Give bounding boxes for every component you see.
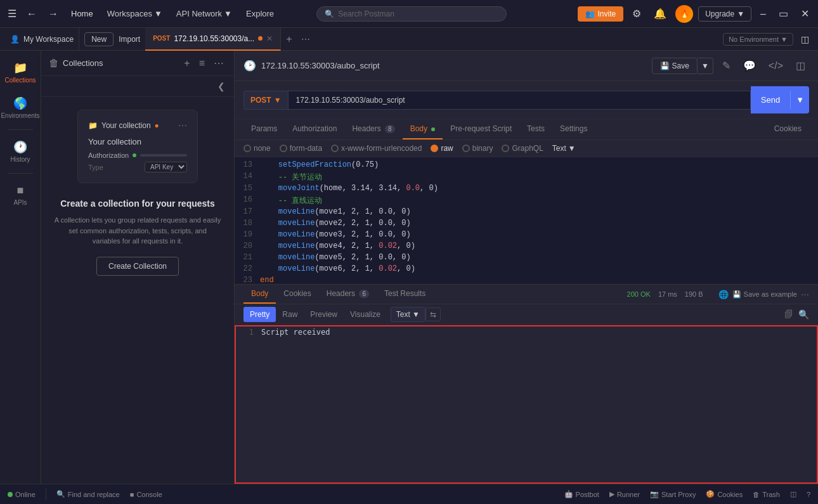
more-options-button[interactable]: ⋯ [211,56,226,70]
code-editor[interactable]: 13 setSpeedFraction(0.75) 14 -- 关节运动 15 … [235,157,818,284]
new-tab-button[interactable]: + [281,34,297,45]
fmt-raw[interactable]: Raw [276,307,304,322]
upgrade-button[interactable]: Upgrade ▼ [698,6,751,22]
find-replace-button[interactable]: 🔍 Find and replace [56,490,120,498]
minimize-button[interactable]: – [756,6,770,22]
resp-tab-body[interactable]: Body [243,285,276,304]
settings-button[interactable]: ⚙ [628,5,645,22]
url-input[interactable] [288,91,751,110]
postbot-button[interactable]: 🤖 Postbot [564,490,599,498]
more-response-options-button[interactable]: ⋯ [801,290,809,299]
tab-close-icon[interactable]: ✕ [266,34,273,43]
text-format-dropdown[interactable]: Text ▼ [552,144,576,153]
resp-tab-test-results[interactable]: Test Results [377,285,433,304]
text-format-dropdown[interactable]: Text ▼ [391,307,425,322]
save-example-button[interactable]: 💾 Save as example [732,290,797,299]
tab-pre-request[interactable]: Pre-request Script [443,119,519,139]
radio-graphql [502,145,509,152]
resp-tab-headers[interactable]: Headers 6 [319,285,377,304]
copy-response-button[interactable]: 🗐 [784,309,793,320]
sidebar-item-history[interactable]: 🕐 History [3,135,38,168]
sidebar-separator [8,129,33,130]
response-format-bar: Pretty Raw Preview Visualize Text ▼ ⇆ 🗐 … [235,304,818,325]
sidebar-item-collections[interactable]: 📁 Collections [3,56,38,89]
environment-settings-button[interactable]: ◫ [797,32,813,47]
option-binary[interactable]: binary [462,144,493,153]
hamburger-icon[interactable]: ☰ [5,5,19,22]
forward-button[interactable]: → [44,6,62,22]
option-raw[interactable]: raw [431,144,453,153]
tab-headers[interactable]: Headers 8 [344,119,402,139]
back-button[interactable]: ← [23,6,41,22]
runner-button[interactable]: ▶ Runner [609,490,640,498]
comment-button[interactable]: 💬 [739,57,760,74]
sort-button[interactable]: ≡ [197,56,207,70]
home-link[interactable]: Home [66,9,98,18]
trash-button[interactable]: 🗑 Trash [753,491,780,498]
chevron-down-icon: ▼ [781,36,788,43]
send-button[interactable]: Send [751,91,790,109]
proxy-icon: 📷 [650,490,659,498]
explore-link[interactable]: Explore [241,9,279,18]
save-dropdown-button[interactable]: ▼ [698,58,713,74]
tab-tests[interactable]: Tests [519,119,552,139]
tab-body[interactable]: Body [403,119,443,139]
edit-button[interactable]: ✎ [718,57,734,74]
tab-cookies[interactable]: Cookies [767,119,809,139]
online-status[interactable]: Online [8,491,36,498]
maximize-button[interactable]: ▭ [775,5,792,22]
api-network-menu[interactable]: API Network ▼ [171,9,237,18]
workspaces-menu[interactable]: Workspaces ▼ [102,9,167,18]
avatar[interactable]: 🔥 [675,5,693,23]
save-button[interactable]: 💾 Save [652,58,698,74]
request-tab[interactable]: POST 172.19.10.55:30003/a... ✕ [145,28,281,51]
environment-dropdown[interactable]: No Environment ▼ [723,33,793,46]
tab-authorization[interactable]: Authorization [285,119,344,139]
import-button[interactable]: Import [114,33,145,46]
start-proxy-button[interactable]: 📷 Start Proxy [650,490,696,498]
collapse-sidebar-button[interactable]: ❮ [216,80,226,93]
notifications-button[interactable]: 🔔 [650,5,670,22]
option-urlencoded[interactable]: x-www-form-urlencoded [331,144,422,153]
sidebar-item-environments[interactable]: 🌎 Environments [3,91,38,124]
create-collection-button[interactable]: Create Collection [96,257,179,276]
globe-icon-button[interactable]: 🌐 [718,290,729,299]
fmt-pretty[interactable]: Pretty [243,307,276,322]
tab-settings[interactable]: Settings [552,119,595,139]
search-response-button[interactable]: 🔍 [798,309,809,320]
cookies-button[interactable]: 🍪 Cookies [706,490,743,498]
trash-icon: 🗑 [49,58,59,69]
layout-button[interactable]: ◫ [790,490,796,498]
postbot-icon: 🤖 [564,490,573,498]
option-form-data[interactable]: form-data [280,144,322,153]
radio-raw [431,145,438,152]
option-graphql[interactable]: GraphQL [502,144,543,153]
more-tabs-button[interactable]: ⋯ [297,34,314,44]
search-bar[interactable]: 🔍 Search Postman [316,6,507,22]
resp-tab-cookies[interactable]: Cookies [276,285,318,304]
sidebar-item-apis[interactable]: ■ APIs [3,179,38,211]
new-button[interactable]: New [84,32,114,46]
invite-button[interactable]: 👥 Invite [578,6,623,22]
fmt-visualize[interactable]: Visualize [344,307,387,322]
help-button[interactable]: ? [807,491,810,498]
apis-icon: ■ [17,184,24,197]
tab-params[interactable]: Params [243,119,285,139]
response-tabs-bar: Body Cookies Headers 6 Test Results 200 … [235,284,818,304]
request-tabs: Params Authorization Headers 8 Body Pre-… [235,119,818,140]
right-panel-button[interactable]: ◫ [792,57,809,74]
wrap-button[interactable]: ⇆ [425,307,441,321]
option-none[interactable]: none [243,144,271,153]
console-button[interactable]: ■ Console [130,491,162,498]
add-collection-button[interactable]: + [181,56,192,70]
method-select[interactable]: POST ▼ [243,91,288,110]
resp-line-1: 1 Script received [236,326,817,339]
api-key-select[interactable]: API Key [145,162,187,172]
collections-panel: 🗑 Collections + ≡ ⋯ ❮ 📁 Your collection … [41,51,235,484]
response-body[interactable]: 1 Script received [235,325,818,484]
close-button[interactable]: ✕ [797,5,813,22]
send-dropdown-button[interactable]: ▼ [790,91,809,109]
code-view-button[interactable]: </> [765,58,787,74]
fmt-preview[interactable]: Preview [304,307,344,322]
collection-card-preview: 📁 Your collection ● ⋯ Your collection Au… [77,110,198,183]
